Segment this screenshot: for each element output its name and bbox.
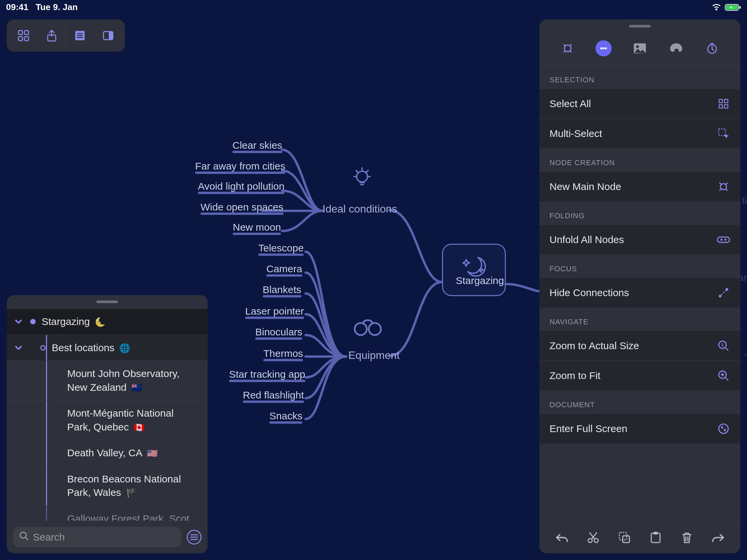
outline-root-row[interactable]: Stargazing 🌜 — [7, 309, 208, 335]
inspector-toggle-button[interactable] — [94, 24, 122, 48]
mindmap-node[interactable]: Thermos — [263, 348, 303, 359]
multi-select-icon — [717, 127, 730, 140]
outline-list[interactable]: Stargazing 🌜 Best locations 🌐 Mount John… — [7, 309, 208, 521]
unfold-icon — [717, 233, 730, 246]
outline-branch-row[interactable]: Best locations 🌐 — [7, 335, 208, 361]
section-title: FOLDING — [539, 202, 740, 225]
documents-button[interactable] — [9, 24, 37, 48]
ghost-node: ti — [742, 195, 747, 206]
svg-rect-6 — [25, 36, 29, 41]
tab-image-icon[interactable] — [632, 40, 648, 56]
new-node-icon — [717, 180, 730, 193]
mindmap-node[interactable]: Far away from cities — [195, 160, 285, 172]
inspector-content[interactable]: SELECTION Select All Multi-Select NODE C… — [539, 65, 740, 522]
svg-point-38 — [719, 295, 721, 297]
chevron-down-icon[interactable] — [7, 343, 30, 352]
svg-point-47 — [719, 424, 728, 433]
share-button[interactable] — [37, 24, 66, 48]
mindmap-node[interactable]: Star tracking app — [229, 369, 305, 380]
hide-connections-row[interactable]: Hide Connections — [539, 278, 740, 308]
panel-drag-handle[interactable] — [539, 20, 740, 33]
paste-button[interactable] — [647, 529, 664, 546]
cut-button[interactable] — [585, 529, 601, 546]
mindmap-node[interactable]: Blankets — [263, 284, 301, 295]
svg-point-37 — [724, 239, 726, 241]
svg-point-39 — [725, 288, 728, 291]
redo-button[interactable] — [710, 529, 726, 546]
outline-search-bar — [7, 521, 208, 553]
new-main-node-row[interactable]: New Main Node — [539, 172, 740, 202]
tab-timer-icon[interactable] — [704, 40, 720, 56]
section-title: FOCUS — [539, 255, 740, 278]
outline-label: Mount John Observatory, New Zealand 🇳🇿 — [67, 367, 202, 394]
mindmap-node[interactable]: Clear skies — [232, 140, 282, 151]
outline-label: Mont-Mégantic National Park, Quebec 🇨🇦 — [67, 406, 202, 434]
mindmap-node[interactable]: Wide open spaces — [201, 202, 283, 213]
svg-point-27 — [636, 45, 639, 48]
undo-button[interactable] — [553, 529, 570, 546]
tab-style-icon[interactable] — [668, 40, 684, 56]
svg-point-25 — [605, 47, 607, 49]
search-input[interactable] — [13, 527, 181, 547]
lightbulb-icon — [349, 164, 375, 192]
chevron-down-icon[interactable] — [7, 317, 30, 326]
svg-rect-4 — [25, 31, 29, 34]
branch-label[interactable]: Equipment — [348, 349, 400, 362]
copy-button[interactable] — [616, 529, 633, 546]
binoculars-icon — [353, 316, 383, 340]
zoom-actual-row[interactable]: Zoom to Actual Size 1 — [539, 331, 740, 361]
svg-rect-3 — [19, 31, 23, 34]
svg-point-23 — [600, 47, 602, 49]
svg-point-15 — [355, 323, 367, 335]
mindmap-node[interactable]: Binoculars — [255, 326, 302, 338]
outline-menu-button[interactable] — [187, 530, 202, 544]
zoom-fit-row[interactable]: Zoom to Fit — [539, 361, 740, 391]
status-time: 09:41 — [6, 2, 29, 12]
moon-icon — [460, 251, 488, 283]
mindmap-node[interactable]: Telescope — [258, 242, 304, 254]
branch-label[interactable]: Ideal conditions — [323, 203, 397, 215]
mindmap-node[interactable]: Red flashlight — [243, 390, 304, 401]
zoom-fit-icon — [717, 369, 730, 382]
mindmap-root-node[interactable]: Stargazing — [442, 244, 506, 296]
outline-label: Brecon Beacons National Park, Wales 🏴 — [67, 472, 202, 500]
select-all-icon — [717, 97, 730, 110]
outline-label: Stargazing 🌜 — [42, 315, 111, 329]
tab-node-icon[interactable] — [560, 40, 576, 56]
delete-button[interactable] — [678, 529, 695, 546]
mindmap-node[interactable]: Avoid light pollution — [198, 181, 284, 192]
svg-rect-31 — [719, 105, 722, 108]
outline-item-row[interactable]: Death Valley, CA 🇺🇸 — [7, 440, 208, 466]
mindmap-node[interactable]: New moon — [233, 221, 281, 233]
outline-toggle-button[interactable] — [66, 24, 94, 48]
outline-item-row[interactable]: Galloway Forest Park, Scot — [7, 506, 208, 521]
outline-label: Death Valley, CA 🇺🇸 — [67, 446, 163, 460]
search-field[interactable] — [33, 531, 175, 543]
mindmap-node[interactable]: Snacks — [269, 410, 302, 422]
fullscreen-row[interactable]: Enter Full Screen — [539, 414, 740, 444]
svg-rect-53 — [654, 532, 658, 534]
svg-text:1: 1 — [721, 342, 723, 347]
hide-connections-icon — [717, 286, 730, 299]
outline-item-row[interactable]: Brecon Beacons National Park, Wales 🏴 — [7, 466, 208, 506]
inspector-panel: SELECTION Select All Multi-Select NODE C… — [539, 20, 740, 553]
mindmap-node[interactable]: Camera — [266, 263, 302, 275]
section-title: NAVIGATE — [539, 308, 740, 331]
outline-item-row[interactable]: Mont-Mégantic National Park, Quebec 🇨🇦 — [7, 400, 208, 440]
node-bullet — [40, 345, 46, 350]
panel-drag-handle[interactable] — [7, 295, 208, 309]
svg-point-14 — [357, 171, 367, 182]
section-title: SELECTION — [539, 65, 740, 89]
fullscreen-icon — [717, 422, 730, 435]
select-all-row[interactable]: Select All — [539, 89, 740, 118]
multi-select-row[interactable]: Multi-Select — [539, 118, 740, 149]
svg-rect-51 — [623, 536, 629, 542]
outline-item-row[interactable]: Mount John Observatory, New Zealand 🇳🇿 — [7, 361, 208, 400]
svg-line-18 — [26, 537, 28, 540]
battery-icon — [725, 3, 741, 11]
mindmap-node[interactable]: Laser pointer — [245, 305, 304, 317]
zoom-actual-icon: 1 — [717, 339, 730, 352]
svg-line-44 — [725, 378, 728, 380]
unfold-all-row[interactable]: Unfold All Nodes — [539, 225, 740, 255]
tab-actions-icon[interactable] — [595, 40, 612, 56]
